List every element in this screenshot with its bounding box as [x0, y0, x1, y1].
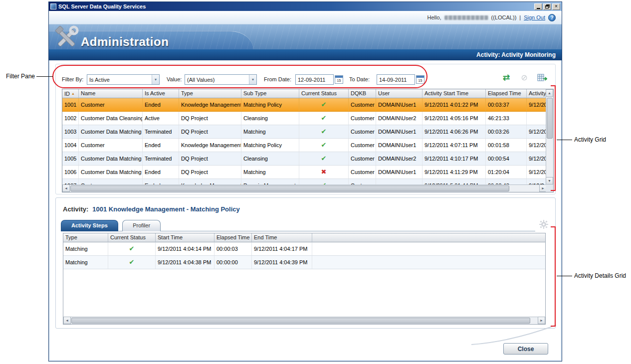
scroll-up-button[interactable]: ▲ [546, 89, 553, 97]
cell-end: 9/12/20 [527, 152, 547, 165]
column-header-activity-start-time[interactable]: Activity Start Time [422, 89, 486, 98]
restore-icon [545, 4, 550, 8]
cell-type: DQ Project [179, 152, 241, 165]
cell-start: 9/12/2011 4:07:11 PM [422, 139, 486, 152]
hello-label: Hello, [427, 14, 441, 20]
cell-dqkb: Customer [349, 166, 376, 179]
cell-end: 9/12/20 [527, 166, 547, 179]
details-scroll-left-button[interactable]: ◄ [63, 317, 71, 324]
details-horizontal-scrollbar[interactable]: ◄ ► [63, 317, 545, 324]
activity-row-1003[interactable]: 1003Customer Data MatchingTerminatedDQ P… [62, 125, 547, 139]
details-row-1[interactable]: Matching✔9/12/2011 4:04:14 PM00:00:039/1… [63, 242, 545, 256]
gear-icon[interactable] [539, 220, 548, 229]
cell-name: Customer Data Cleansing [79, 112, 143, 125]
refresh-button[interactable]: ⇄ [501, 72, 512, 83]
details-grid-header: TypeCurrent StatusStart TimeElapsed Time… [63, 233, 545, 242]
cell-dqkb: Customer [349, 125, 376, 138]
details-column-header-elapsed-time[interactable]: Elapsed Time [214, 233, 252, 242]
cell-user: DOMAIN\User1 [376, 125, 422, 138]
tab-profiler[interactable]: Profiler [122, 220, 161, 231]
minimize-button[interactable] [534, 3, 542, 10]
column-header-user[interactable]: User [376, 89, 422, 98]
close-icon: × [555, 4, 558, 9]
details-tabs: Activity Steps Profiler [61, 220, 535, 231]
activity-row-1002[interactable]: 1002Customer Data CleansingActiveDQ Proj… [62, 112, 547, 125]
cell-elapsed: 00:01:58 [486, 139, 527, 152]
terminate-button-disabled[interactable]: ⊘ [519, 72, 530, 83]
details-row-2[interactable]: Matching✔9/12/2011 4:04:38 PM00:00:009/1… [63, 256, 545, 269]
cell-end: 9/12/20 [527, 139, 547, 152]
status-ok-icon: ✔ [129, 245, 135, 252]
cell-user: DOMAIN\User2 [376, 152, 422, 165]
cell-elapsed: 46:21:33 [486, 112, 527, 125]
details-column-header-end-time[interactable]: End Time [252, 233, 312, 242]
horizontal-scroll-thumb[interactable] [70, 185, 509, 191]
details-column-header-current-status[interactable]: Current Status [108, 233, 156, 242]
details-cell-start: 9/12/2011 4:04:14 PM [156, 242, 214, 255]
cell-is_active: Terminated [143, 152, 179, 165]
column-header-current-status[interactable]: Current Status [299, 89, 349, 98]
tab-activity-steps[interactable]: Activity Steps [61, 220, 118, 231]
cell-is_active: Ended [143, 139, 179, 152]
activity-row-1006[interactable]: 1006Customer Data MatchingEndedDQ Projec… [62, 166, 547, 179]
cell-type: DQ Project [179, 166, 241, 179]
cell-end: 9/12/20 [527, 98, 547, 111]
page-title: Administration [81, 35, 169, 49]
column-header-is-active[interactable]: Is Active [143, 89, 179, 98]
from-date-input[interactable]: 12-09-2011 [295, 74, 334, 85]
column-header-dqkb[interactable]: DQKB [349, 89, 376, 98]
cell-end [527, 112, 547, 125]
cell-type: DQ Project [179, 112, 241, 125]
chevron-down-icon: ▾ [249, 75, 256, 84]
activity-row-1001[interactable]: 1001CustomerEndedKnowledge ManagementMat… [62, 98, 547, 112]
cell-dqkb: Customer [349, 152, 376, 165]
column-header-activity[interactable]: Activity [527, 89, 547, 98]
cell-start: 9/12/2011 4:01:22 PM [422, 98, 486, 111]
cell-id: 1006 [62, 166, 79, 179]
filter-by-value: Is Active [89, 77, 110, 83]
activity-row-1004[interactable]: 1004CustomerEndedKnowledge ManagementMat… [62, 139, 547, 152]
filter-by-select[interactable]: Is Active ▾ [87, 74, 160, 85]
vertical-scrollbar[interactable]: ▲ ▼ [546, 89, 553, 184]
help-icon[interactable]: ? [548, 14, 556, 21]
sign-out-link[interactable]: Sign Out [524, 14, 545, 20]
column-header-name[interactable]: Name [79, 89, 143, 98]
to-date-input[interactable]: 14-09-2011 [377, 74, 415, 85]
local-label: ((LOCAL)) [491, 14, 517, 20]
details-horizontal-scroll-thumb[interactable] [71, 318, 530, 324]
cell-name: Customer Data Matching [79, 125, 143, 138]
cell-name: Customer Data Matching [79, 166, 143, 179]
details-column-header-start-time[interactable]: Start Time [156, 233, 214, 242]
cell-id: 1004 [62, 139, 79, 152]
column-header-elapsed-time[interactable]: Elapsed Time [486, 89, 527, 98]
filter-by-label: Filter By: [62, 76, 83, 82]
cell-is_active: Terminated [143, 125, 179, 138]
restore-button[interactable] [543, 3, 551, 10]
scroll-down-button[interactable]: ▼ [546, 177, 553, 184]
cell-user: DOMAIN\User2 [376, 112, 422, 125]
details-column-header-filler [312, 233, 545, 242]
column-header-id[interactable]: ID▲ [62, 89, 79, 98]
close-button[interactable]: Close [503, 343, 548, 355]
details-scroll-right-button[interactable]: ► [538, 317, 545, 324]
vertical-scroll-thumb[interactable] [547, 98, 553, 139]
column-header-sub-type[interactable]: Sub Type [241, 89, 299, 98]
cell-dqkb: Customer [349, 98, 376, 111]
details-column-header-type[interactable]: Type [63, 233, 108, 242]
close-window-button[interactable]: × [552, 3, 560, 10]
activity-row-1005[interactable]: 1005Customer Data MatchingTerminatedDQ P… [62, 152, 547, 166]
refresh-icon: ⇄ [503, 73, 510, 83]
to-calendar-icon[interactable]: 15 [416, 75, 424, 84]
minimize-icon [537, 8, 540, 9]
horizontal-scrollbar[interactable]: ◄ ► [62, 184, 547, 192]
value-value: (All Values) [187, 77, 214, 83]
value-label: Value: [167, 76, 182, 82]
cell-dqkb: Customer [349, 139, 376, 152]
from-calendar-icon[interactable]: 15 [335, 75, 343, 84]
status-ok-icon: ✔ [321, 101, 327, 108]
scroll-left-button[interactable]: ◄ [62, 184, 70, 192]
details-title: Activity:1001 Knowledge Management - Mat… [63, 205, 240, 213]
export-button[interactable] [537, 72, 548, 83]
value-select[interactable]: (All Values) ▾ [185, 74, 257, 85]
column-header-type[interactable]: Type [179, 89, 241, 98]
